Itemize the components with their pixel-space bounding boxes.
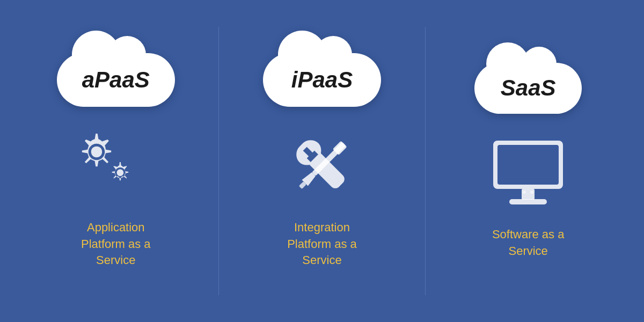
svg-point-8: [530, 191, 533, 194]
apaas-description: Application Platform as a Service: [81, 219, 151, 269]
ipaas-acronym: iPaaS: [291, 67, 353, 93]
svg-rect-4: [497, 145, 559, 185]
saas-acronym: SaaS: [501, 75, 556, 101]
ipaas-card: iPaaS Integration Platform as a: [236, 53, 408, 269]
svg-rect-6: [509, 199, 547, 204]
svg-rect-5: [522, 189, 535, 200]
saas-cloud: SaaS: [474, 63, 582, 114]
saas-description: Software as a Service: [492, 226, 565, 260]
divider-1: [218, 27, 219, 295]
apaas-cloud: aPaaS: [57, 53, 175, 107]
apaas-acronym: aPaaS: [82, 67, 150, 93]
saas-icon-area: [485, 130, 571, 216]
apaas-card: aPaaS Application Platform as a Service: [30, 53, 202, 269]
ipaas-cloud: iPaaS: [263, 53, 381, 107]
tools-icon: [282, 126, 362, 206]
gears-icon: [76, 126, 156, 206]
saas-card: SaaS Software as a Service: [442, 63, 614, 260]
svg-point-7: [523, 191, 526, 194]
apaas-icon-area: [73, 123, 159, 209]
divider-2: [425, 27, 426, 295]
monitor-icon: [488, 133, 568, 213]
main-container: aPaaS Application Platform as a Service: [0, 0, 644, 322]
ipaas-icon-area: [279, 123, 365, 209]
ipaas-description: Integration Platform as a Service: [287, 219, 357, 269]
